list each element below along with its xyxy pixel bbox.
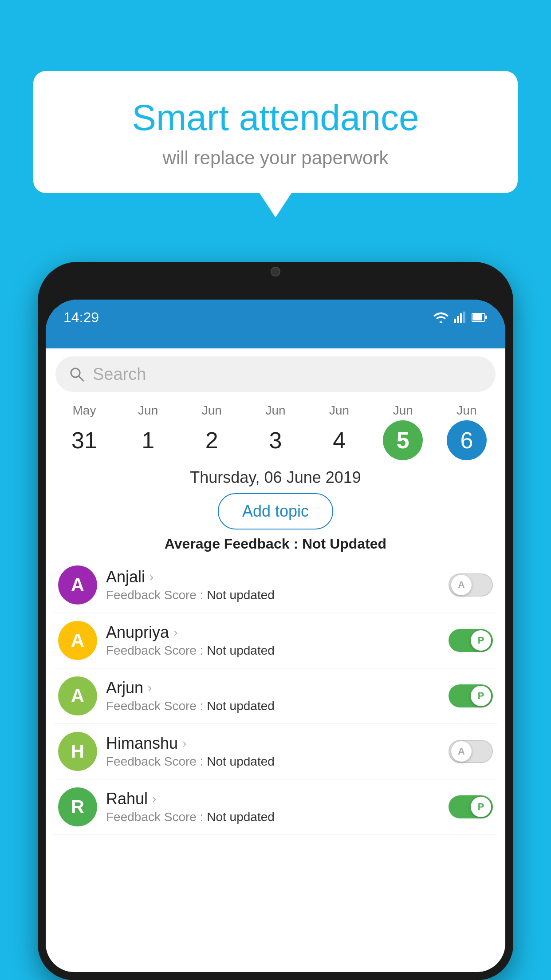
student-name: Rahul › bbox=[106, 790, 442, 808]
cal-month-label: May bbox=[73, 403, 96, 418]
svg-rect-1 bbox=[457, 316, 459, 323]
chevron-right-icon: › bbox=[152, 792, 156, 806]
cal-date-number[interactable]: 31 bbox=[64, 420, 104, 460]
cal-date-number[interactable]: 4 bbox=[319, 420, 359, 460]
search-bar[interactable]: Search bbox=[55, 356, 496, 392]
toggle-knob: A bbox=[451, 575, 472, 595]
cal-month-label: Jun bbox=[202, 403, 222, 418]
svg-line-17 bbox=[79, 376, 83, 381]
bubble-subtitle: will replace your paperwork bbox=[60, 147, 491, 169]
student-name: Arjun › bbox=[106, 679, 442, 697]
student-name: Himanshu › bbox=[106, 734, 442, 753]
chevron-right-icon: › bbox=[150, 570, 153, 584]
svg-rect-6 bbox=[472, 314, 482, 320]
chevron-right-icon: › bbox=[173, 625, 177, 640]
calendar-day[interactable]: May31 bbox=[55, 403, 113, 460]
svg-rect-2 bbox=[460, 313, 462, 323]
student-item[interactable]: AArjun ›Feedback Score : Not updatedP bbox=[54, 668, 497, 724]
feedback-score: Feedback Score : Not updated bbox=[106, 755, 442, 769]
svg-rect-3 bbox=[463, 312, 465, 323]
calendar-day[interactable]: Jun2 bbox=[183, 403, 240, 460]
cal-month-label: Jun bbox=[138, 403, 158, 418]
avatar: H bbox=[58, 732, 97, 771]
cal-month-label: Jun bbox=[393, 403, 413, 418]
cal-month-label: Jun bbox=[329, 403, 349, 418]
svg-rect-0 bbox=[454, 319, 456, 323]
student-item[interactable]: AAnjali ›Feedback Score : Not updatedA bbox=[54, 557, 497, 613]
toggle-switch[interactable]: P bbox=[449, 629, 493, 652]
status-time: 14:29 bbox=[63, 309, 99, 326]
toggle-switch[interactable]: A bbox=[449, 573, 493, 597]
student-info: Anjali ›Feedback Score : Not updated bbox=[106, 568, 442, 602]
attendance-toggle[interactable]: A bbox=[449, 740, 493, 763]
status-bar: 14:29 bbox=[46, 300, 505, 335]
bottom-fade bbox=[54, 937, 497, 964]
toggle-switch[interactable]: A bbox=[449, 740, 493, 763]
feedback-score: Feedback Score : Not updated bbox=[106, 644, 442, 658]
speech-bubble: Smart attendance will replace your paper… bbox=[33, 71, 518, 193]
attendance-toggle[interactable]: P bbox=[449, 684, 493, 707]
cal-date-number[interactable]: 6 bbox=[447, 420, 487, 460]
chevron-right-icon: › bbox=[148, 681, 152, 695]
calendar-day[interactable]: Jun1 bbox=[119, 403, 177, 460]
avg-feedback: Average Feedback : Not Updated bbox=[46, 536, 505, 552]
toggle-knob: P bbox=[471, 797, 491, 817]
status-icons bbox=[433, 312, 488, 323]
toggle-knob: P bbox=[471, 630, 491, 651]
student-info: Rahul ›Feedback Score : Not updated bbox=[106, 790, 442, 824]
student-name: Anjali › bbox=[106, 568, 442, 586]
toggle-switch[interactable]: P bbox=[449, 795, 493, 818]
search-icon bbox=[69, 366, 85, 382]
calendar-day[interactable]: Jun4 bbox=[311, 403, 368, 460]
phone-notch bbox=[38, 262, 513, 300]
attendance-toggle[interactable]: P bbox=[449, 629, 493, 652]
chevron-right-icon: › bbox=[182, 736, 186, 751]
avatar: A bbox=[58, 565, 97, 605]
date-heading: Thursday, 06 June 2019 bbox=[46, 468, 505, 487]
cal-date-number[interactable]: 1 bbox=[128, 420, 168, 460]
student-info: Anupriya ›Feedback Score : Not updated bbox=[106, 623, 442, 658]
notch-cutout bbox=[249, 262, 302, 277]
calendar-day[interactable]: Jun6 bbox=[438, 403, 496, 460]
feedback-score: Feedback Score : Not updated bbox=[106, 588, 442, 602]
svg-rect-5 bbox=[485, 316, 487, 319]
student-name: Anupriya › bbox=[106, 623, 442, 642]
phone-frame: 14:29 bbox=[38, 262, 513, 980]
attendance-toggle[interactable]: P bbox=[449, 795, 493, 818]
add-topic-button[interactable]: Add topic bbox=[218, 493, 333, 530]
bubble-title: Smart attendance bbox=[60, 98, 491, 138]
signal-icon bbox=[454, 312, 466, 323]
feedback-score: Feedback Score : Not updated bbox=[106, 699, 442, 713]
toggle-switch[interactable]: P bbox=[449, 684, 493, 707]
student-item[interactable]: HHimanshu ›Feedback Score : Not updatedA bbox=[54, 724, 497, 779]
search-input[interactable]: Search bbox=[93, 365, 146, 384]
calendar-strip: May31Jun1Jun2Jun3Jun4Jun5Jun6 bbox=[46, 400, 505, 460]
avatar: A bbox=[58, 676, 97, 715]
camera-dot bbox=[271, 267, 280, 277]
cal-date-number[interactable]: 5 bbox=[383, 420, 423, 460]
student-item[interactable]: AAnupriya ›Feedback Score : Not updatedP bbox=[54, 613, 497, 668]
battery-icon bbox=[472, 312, 488, 322]
student-info: Arjun ›Feedback Score : Not updated bbox=[106, 679, 442, 713]
phone-screen: 14:29 bbox=[46, 300, 505, 972]
student-info: Himanshu ›Feedback Score : Not updated bbox=[106, 734, 442, 769]
calendar-day[interactable]: Jun5 bbox=[374, 403, 432, 460]
feedback-score: Feedback Score : Not updated bbox=[106, 810, 442, 824]
student-item[interactable]: RRahul ›Feedback Score : Not updatedP bbox=[54, 779, 497, 835]
avatar: A bbox=[58, 621, 97, 660]
toggle-knob: P bbox=[471, 686, 491, 706]
cal-month-label: Jun bbox=[457, 403, 476, 418]
attendance-toggle[interactable]: A bbox=[449, 573, 493, 597]
calendar-day[interactable]: Jun3 bbox=[247, 403, 304, 460]
wifi-icon bbox=[433, 312, 449, 323]
cal-date-number[interactable]: 2 bbox=[192, 420, 232, 460]
toggle-knob: A bbox=[451, 741, 472, 762]
student-list: AAnjali ›Feedback Score : Not updatedAAA… bbox=[46, 557, 505, 835]
cal-date-number[interactable]: 3 bbox=[256, 420, 295, 460]
avatar: R bbox=[58, 787, 97, 826]
cal-month-label: Jun bbox=[265, 403, 285, 418]
